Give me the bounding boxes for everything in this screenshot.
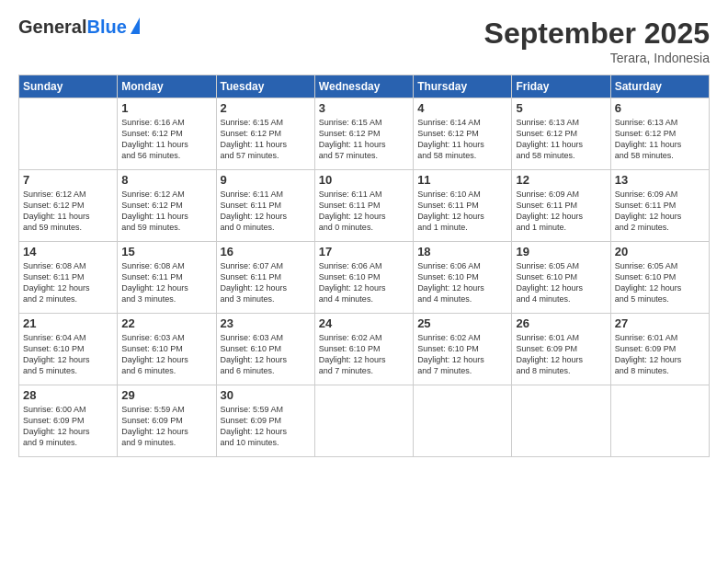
day-number: 10 bbox=[319, 173, 409, 187]
day-number: 23 bbox=[221, 316, 311, 330]
table-row bbox=[414, 385, 512, 457]
day-number: 5 bbox=[516, 101, 606, 115]
table-row: 12Sunrise: 6:09 AM Sunset: 6:11 PM Dayli… bbox=[512, 170, 610, 242]
table-row: 24Sunrise: 6:02 AM Sunset: 6:10 PM Dayli… bbox=[314, 314, 413, 385]
table-row: 4Sunrise: 6:14 AM Sunset: 6:12 PM Daylig… bbox=[414, 98, 512, 170]
day-number: 19 bbox=[516, 245, 606, 259]
day-number: 18 bbox=[417, 245, 507, 259]
table-row: 28Sunrise: 6:00 AM Sunset: 6:09 PM Dayli… bbox=[19, 385, 118, 457]
cell-info: Sunrise: 5:59 AM Sunset: 6:09 PM Dayligh… bbox=[121, 404, 211, 449]
cell-info: Sunrise: 6:16 AM Sunset: 6:12 PM Dayligh… bbox=[121, 117, 211, 162]
day-number: 28 bbox=[23, 388, 113, 402]
col-monday: Monday bbox=[118, 75, 216, 98]
cell-info: Sunrise: 6:08 AM Sunset: 6:11 PM Dayligh… bbox=[121, 260, 211, 305]
day-number: 14 bbox=[23, 245, 113, 259]
day-number: 3 bbox=[319, 101, 409, 115]
col-saturday: Saturday bbox=[610, 75, 709, 98]
title-block: September 2025 Terara, Indonesia bbox=[484, 17, 710, 65]
calendar-week-row: 7Sunrise: 6:12 AM Sunset: 6:12 PM Daylig… bbox=[19, 170, 710, 242]
cell-info: Sunrise: 6:12 AM Sunset: 6:12 PM Dayligh… bbox=[23, 189, 113, 234]
table-row: 3Sunrise: 6:15 AM Sunset: 6:12 PM Daylig… bbox=[314, 98, 413, 170]
col-thursday: Thursday bbox=[414, 75, 512, 98]
table-row: 30Sunrise: 5:59 AM Sunset: 6:09 PM Dayli… bbox=[216, 385, 314, 457]
table-row: 11Sunrise: 6:10 AM Sunset: 6:11 PM Dayli… bbox=[414, 170, 512, 242]
cell-info: Sunrise: 5:59 AM Sunset: 6:09 PM Dayligh… bbox=[221, 404, 311, 449]
day-number: 11 bbox=[417, 173, 507, 187]
table-row bbox=[512, 385, 610, 457]
table-row bbox=[314, 385, 413, 457]
cell-info: Sunrise: 6:02 AM Sunset: 6:10 PM Dayligh… bbox=[319, 332, 409, 377]
col-tuesday: Tuesday bbox=[216, 75, 314, 98]
table-row: 26Sunrise: 6:01 AM Sunset: 6:09 PM Dayli… bbox=[512, 314, 610, 385]
table-row: 8Sunrise: 6:12 AM Sunset: 6:12 PM Daylig… bbox=[118, 170, 216, 242]
location-text: Terara, Indonesia bbox=[484, 51, 710, 65]
day-number: 12 bbox=[516, 173, 606, 187]
day-number: 22 bbox=[121, 316, 211, 330]
cell-info: Sunrise: 6:01 AM Sunset: 6:09 PM Dayligh… bbox=[615, 332, 705, 377]
day-number: 20 bbox=[615, 245, 705, 259]
table-row: 27Sunrise: 6:01 AM Sunset: 6:09 PM Dayli… bbox=[610, 314, 709, 385]
table-row: 29Sunrise: 5:59 AM Sunset: 6:09 PM Dayli… bbox=[118, 385, 216, 457]
day-number: 26 bbox=[516, 316, 606, 330]
cell-info: Sunrise: 6:03 AM Sunset: 6:10 PM Dayligh… bbox=[121, 332, 211, 377]
table-row bbox=[610, 385, 709, 457]
header: General Blue September 2025 Terara, Indo… bbox=[18, 17, 710, 65]
table-row: 14Sunrise: 6:08 AM Sunset: 6:11 PM Dayli… bbox=[19, 242, 118, 314]
day-number: 30 bbox=[221, 388, 311, 402]
table-row: 7Sunrise: 6:12 AM Sunset: 6:12 PM Daylig… bbox=[19, 170, 118, 242]
table-row bbox=[19, 98, 118, 170]
table-row: 13Sunrise: 6:09 AM Sunset: 6:11 PM Dayli… bbox=[610, 170, 709, 242]
cell-info: Sunrise: 6:07 AM Sunset: 6:11 PM Dayligh… bbox=[221, 260, 311, 305]
table-row: 21Sunrise: 6:04 AM Sunset: 6:10 PM Dayli… bbox=[19, 314, 118, 385]
calendar-week-row: 1Sunrise: 6:16 AM Sunset: 6:12 PM Daylig… bbox=[19, 98, 710, 170]
cell-info: Sunrise: 6:02 AM Sunset: 6:10 PM Dayligh… bbox=[417, 332, 507, 377]
cell-info: Sunrise: 6:05 AM Sunset: 6:10 PM Dayligh… bbox=[516, 260, 606, 305]
cell-info: Sunrise: 6:14 AM Sunset: 6:12 PM Dayligh… bbox=[417, 117, 507, 162]
logo-general-text: General bbox=[18, 17, 86, 38]
day-number: 2 bbox=[221, 101, 311, 115]
table-row: 19Sunrise: 6:05 AM Sunset: 6:10 PM Dayli… bbox=[512, 242, 610, 314]
table-row: 18Sunrise: 6:06 AM Sunset: 6:10 PM Dayli… bbox=[414, 242, 512, 314]
cell-info: Sunrise: 6:13 AM Sunset: 6:12 PM Dayligh… bbox=[516, 117, 606, 162]
day-number: 29 bbox=[121, 388, 211, 402]
month-title: September 2025 bbox=[484, 17, 710, 51]
col-wednesday: Wednesday bbox=[314, 75, 413, 98]
day-number: 4 bbox=[417, 101, 507, 115]
cell-info: Sunrise: 6:12 AM Sunset: 6:12 PM Dayligh… bbox=[121, 189, 211, 234]
day-number: 13 bbox=[615, 173, 705, 187]
day-number: 15 bbox=[121, 245, 211, 259]
logo-blue-text: Blue bbox=[86, 17, 126, 38]
cell-info: Sunrise: 6:06 AM Sunset: 6:10 PM Dayligh… bbox=[319, 260, 409, 305]
table-row: 5Sunrise: 6:13 AM Sunset: 6:12 PM Daylig… bbox=[512, 98, 610, 170]
table-row: 23Sunrise: 6:03 AM Sunset: 6:10 PM Dayli… bbox=[216, 314, 314, 385]
cell-info: Sunrise: 6:11 AM Sunset: 6:11 PM Dayligh… bbox=[221, 189, 311, 234]
table-row: 10Sunrise: 6:11 AM Sunset: 6:11 PM Dayli… bbox=[314, 170, 413, 242]
cell-info: Sunrise: 6:15 AM Sunset: 6:12 PM Dayligh… bbox=[221, 117, 311, 162]
cell-info: Sunrise: 6:09 AM Sunset: 6:11 PM Dayligh… bbox=[615, 189, 705, 234]
col-sunday: Sunday bbox=[19, 75, 118, 98]
table-row: 1Sunrise: 6:16 AM Sunset: 6:12 PM Daylig… bbox=[118, 98, 216, 170]
day-number: 9 bbox=[221, 173, 311, 187]
calendar-header-row: Sunday Monday Tuesday Wednesday Thursday… bbox=[19, 75, 710, 98]
day-number: 6 bbox=[615, 101, 705, 115]
table-row: 9Sunrise: 6:11 AM Sunset: 6:11 PM Daylig… bbox=[216, 170, 314, 242]
table-row: 2Sunrise: 6:15 AM Sunset: 6:12 PM Daylig… bbox=[216, 98, 314, 170]
cell-info: Sunrise: 6:00 AM Sunset: 6:09 PM Dayligh… bbox=[23, 404, 113, 449]
table-row: 15Sunrise: 6:08 AM Sunset: 6:11 PM Dayli… bbox=[118, 242, 216, 314]
logo: General Blue bbox=[18, 17, 140, 38]
cell-info: Sunrise: 6:13 AM Sunset: 6:12 PM Dayligh… bbox=[615, 117, 705, 162]
cell-info: Sunrise: 6:08 AM Sunset: 6:11 PM Dayligh… bbox=[23, 260, 113, 305]
day-number: 8 bbox=[121, 173, 211, 187]
cell-info: Sunrise: 6:06 AM Sunset: 6:10 PM Dayligh… bbox=[417, 260, 507, 305]
calendar-week-row: 14Sunrise: 6:08 AM Sunset: 6:11 PM Dayli… bbox=[19, 242, 710, 314]
day-number: 7 bbox=[23, 173, 113, 187]
cell-info: Sunrise: 6:01 AM Sunset: 6:09 PM Dayligh… bbox=[516, 332, 606, 377]
table-row: 17Sunrise: 6:06 AM Sunset: 6:10 PM Dayli… bbox=[314, 242, 413, 314]
table-row: 22Sunrise: 6:03 AM Sunset: 6:10 PM Dayli… bbox=[118, 314, 216, 385]
day-number: 1 bbox=[121, 101, 211, 115]
calendar-week-row: 28Sunrise: 6:00 AM Sunset: 6:09 PM Dayli… bbox=[19, 385, 710, 457]
cell-info: Sunrise: 6:11 AM Sunset: 6:11 PM Dayligh… bbox=[319, 189, 409, 234]
logo-triangle-icon bbox=[131, 17, 140, 34]
calendar-week-row: 21Sunrise: 6:04 AM Sunset: 6:10 PM Dayli… bbox=[19, 314, 710, 385]
cell-info: Sunrise: 6:15 AM Sunset: 6:12 PM Dayligh… bbox=[319, 117, 409, 162]
